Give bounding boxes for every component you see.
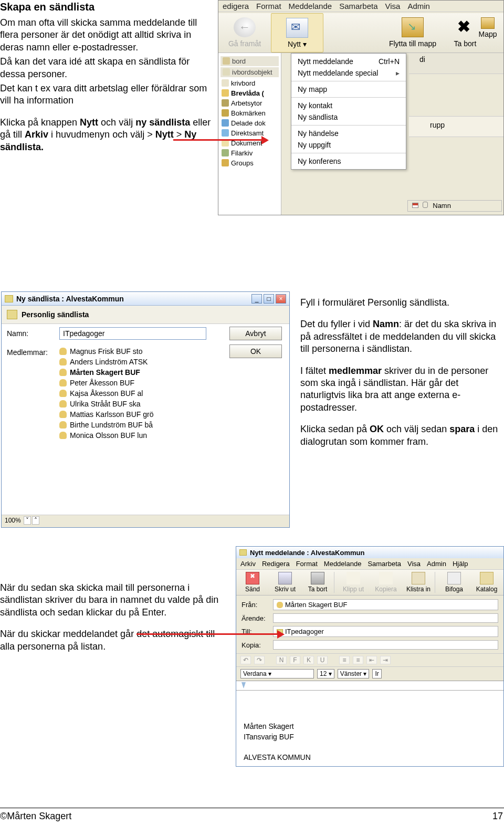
objects-icon bbox=[223, 68, 230, 76]
drop-ny-konferens[interactable]: Ny konferens bbox=[291, 155, 406, 167]
tb-ga-framat: Gå framåt bbox=[218, 13, 271, 53]
close-button[interactable]: × bbox=[276, 294, 286, 304]
menu-samarbeta[interactable]: Samarbeta bbox=[339, 2, 377, 11]
menu-format[interactable]: Format bbox=[296, 560, 318, 568]
menu-samarbeta[interactable]: Samarbeta bbox=[368, 560, 401, 568]
style-italic[interactable]: K bbox=[303, 656, 314, 664]
menu-admin[interactable]: Admin bbox=[407, 2, 430, 11]
side-grp[interactable]: Groups bbox=[220, 158, 279, 168]
field-arende[interactable] bbox=[273, 613, 498, 623]
member-item[interactable]: Monica Olsson BUF lun bbox=[59, 430, 154, 441]
list-icon bbox=[5, 295, 13, 302]
menu-redigera[interactable]: Redigera bbox=[262, 560, 290, 568]
tb-sand[interactable]: Sänd bbox=[236, 570, 269, 595]
redo-button[interactable]: ↷ bbox=[254, 656, 265, 664]
indent-in[interactable]: ⇥ bbox=[380, 656, 391, 664]
zoom-down[interactable]: ˅ bbox=[24, 516, 31, 525]
menu-arkiv[interactable]: Arkiv bbox=[240, 560, 256, 568]
tb-flytta[interactable]: Flytta till mapp bbox=[386, 13, 439, 53]
drop-ny-uppgift[interactable]: Ny uppgift bbox=[291, 139, 406, 151]
side-bok[interactable]: Bokmärken bbox=[220, 108, 279, 118]
extra-select[interactable]: Ir bbox=[372, 669, 381, 678]
tb-tabort[interactable]: Ta bort bbox=[301, 570, 334, 595]
tb-skriv-ut[interactable]: Skriv ut bbox=[269, 570, 301, 595]
message-body[interactable]: Mårten Skagert ITansvarig BUF ALVESTA KO… bbox=[236, 691, 503, 767]
maximize-button[interactable]: □ bbox=[264, 294, 274, 304]
menu-format[interactable]: Format bbox=[256, 2, 281, 11]
person-icon bbox=[59, 348, 67, 355]
member-item[interactable]: Anders Lindström ATSK bbox=[59, 357, 154, 367]
tb-katalog[interactable]: Katalog bbox=[470, 570, 503, 595]
list-button[interactable]: ≡ bbox=[339, 656, 350, 664]
menu-hjalp[interactable]: Hjälp bbox=[453, 560, 468, 568]
side-arb[interactable]: Arbetsytor bbox=[220, 98, 279, 108]
member-item[interactable]: Birthe Lundström BUF bå bbox=[59, 420, 154, 430]
member-item[interactable]: Peter Åkesson BUF bbox=[59, 378, 154, 388]
drop-ny-sandlista[interactable]: Ny sändlista bbox=[291, 111, 406, 123]
menu-meddelande[interactable]: Meddelande bbox=[324, 560, 362, 568]
label-medlemmar: Medlemmar: bbox=[7, 346, 59, 357]
member-item[interactable]: Magnus Frisk BUF sto bbox=[59, 346, 154, 357]
tb-bifoga[interactable]: Bifoga bbox=[438, 570, 470, 595]
tb-kopiera[interactable]: Kopiera bbox=[370, 570, 402, 595]
new-mail-icon bbox=[286, 18, 308, 38]
side-brev[interactable]: Brevlåda ( bbox=[220, 88, 279, 98]
menu-visa[interactable]: Visa bbox=[385, 2, 401, 11]
menu-meddelande[interactable]: Meddelande bbox=[289, 2, 332, 11]
side-obj[interactable]: ivbordsobjekt bbox=[220, 67, 279, 77]
zoom-value: 100% bbox=[5, 517, 21, 524]
avbryt-button[interactable]: Avbryt bbox=[229, 327, 282, 340]
side-del[interactable]: Delade dok bbox=[220, 118, 279, 128]
trash-icon bbox=[311, 572, 324, 584]
member-item[interactable]: Mattias Karlsson BUF grö bbox=[59, 409, 154, 420]
zoom-bar: 100% ˅˄ bbox=[2, 515, 289, 527]
drop-ny-handelse[interactable]: Ny händelse bbox=[291, 128, 406, 139]
minimize-button[interactable]: _ bbox=[251, 294, 262, 304]
message-header-fields: Från: Mårten Skagert BUF Ärende: Till: I… bbox=[236, 596, 503, 653]
main-rupp: rupp bbox=[409, 116, 503, 137]
input-namn[interactable] bbox=[59, 327, 206, 340]
side-dir[interactable]: Direktsamt bbox=[220, 128, 279, 138]
drop-ny-kontakt[interactable]: Ny kontakt bbox=[291, 100, 406, 111]
ok-button[interactable]: OK bbox=[229, 344, 282, 358]
tb-klipp[interactable]: Klipp ut bbox=[337, 570, 370, 595]
drop-ny-mapp[interactable]: Ny mapp bbox=[291, 83, 406, 95]
screenshot-personlig-sandlista: Ny sändlista : AlvestaKommun _ □ × Perso… bbox=[1, 291, 290, 528]
align-select[interactable]: Vänster ▾ bbox=[338, 669, 370, 678]
style-bold[interactable]: F bbox=[290, 656, 300, 664]
side-skriv[interactable]: krivbord bbox=[220, 78, 279, 88]
size-select[interactable]: 12 ▾ bbox=[317, 669, 334, 678]
tb-mapp[interactable]: Mapp bbox=[472, 14, 503, 38]
side-bord[interactable]: bord bbox=[220, 56, 279, 66]
tb-klistra[interactable]: Klistra in bbox=[402, 570, 435, 595]
forward-arrow-icon bbox=[234, 17, 256, 37]
p-mid-4: Klicka sedan på OK och välj sedan spara … bbox=[300, 423, 504, 448]
field-kopia[interactable] bbox=[273, 640, 498, 650]
menu-admin[interactable]: Admin bbox=[427, 560, 446, 568]
tab-marker-icon[interactable] bbox=[242, 682, 246, 688]
style-normal[interactable]: N bbox=[276, 656, 287, 664]
member-item[interactable]: Ulrika Strååt BUF ska bbox=[59, 399, 154, 409]
tb-nytt[interactable]: Nytt ▾ bbox=[271, 13, 323, 53]
menu-visa[interactable]: Visa bbox=[407, 560, 421, 568]
drop-nytt-spec[interactable]: Nytt meddelande special bbox=[291, 67, 406, 79]
field-till[interactable]: ITpedagoger bbox=[273, 626, 498, 637]
drop-nytt-medd[interactable]: Nytt meddelandeCtrl+N bbox=[291, 56, 406, 67]
undo-button[interactable]: ↶ bbox=[240, 656, 251, 664]
side-fil[interactable]: Filarkiv bbox=[220, 148, 279, 158]
column-header-namn[interactable]: Namn bbox=[407, 200, 502, 212]
members-list[interactable]: Magnus Frisk BUF sto Anders Lindström AT… bbox=[59, 346, 154, 441]
window-titlebar: Nytt meddelande : AlvestaKommun bbox=[236, 547, 503, 558]
member-item[interactable]: Kajsa Åkesson BUF al bbox=[59, 388, 154, 399]
menu-redigera[interactable]: edigera bbox=[223, 2, 249, 11]
indent-out[interactable]: ⇤ bbox=[366, 656, 377, 664]
member-item[interactable]: Mårten Skagert BUF bbox=[59, 367, 154, 378]
font-select[interactable]: Verdana ▾ bbox=[240, 669, 314, 678]
ruler[interactable] bbox=[236, 681, 503, 691]
zoom-up[interactable]: ˄ bbox=[32, 516, 39, 525]
style-underline[interactable]: U bbox=[317, 656, 328, 664]
side-tree: bord ivbordsobjekt krivbord Brevlåda ( A… bbox=[218, 53, 281, 215]
p-intro-1: Om man ofta vill skicka samma meddelande… bbox=[0, 17, 215, 54]
list-button[interactable]: ≡ bbox=[353, 656, 363, 664]
field-fran[interactable]: Mårten Skagert BUF bbox=[273, 599, 498, 610]
